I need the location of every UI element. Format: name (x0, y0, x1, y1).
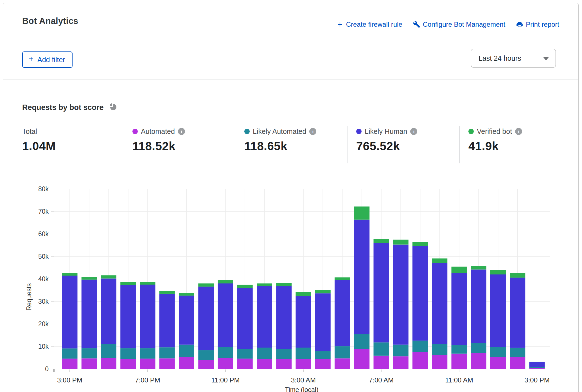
svg-text:7:00 AM: 7:00 AM (369, 376, 394, 384)
stat-automated: Automated i 118.52k (132, 127, 185, 153)
stat-likely-automated: Likely Automated i 118.65k (244, 127, 316, 153)
svg-text:3:00 AM: 3:00 AM (291, 376, 316, 384)
plus-icon (28, 55, 35, 64)
svg-text:40k: 40k (38, 275, 49, 283)
svg-text:80k: 80k (38, 185, 49, 193)
requests-by-bot-score-chart: 010k20k30k40k50k60k70k80k3:00 PM7:00 PM1… (3, 172, 582, 392)
stat-value: 118.52k (132, 139, 185, 153)
stat-label: Total (22, 127, 37, 136)
stat-value: 1.04M (22, 139, 56, 153)
legend-dot-likely-human (356, 129, 362, 134)
svg-text:50k: 50k (38, 253, 49, 260)
add-filter-button[interactable]: Add filter (22, 51, 73, 68)
stat-likely-human: Likely Human i 765.52k (356, 127, 417, 153)
time-range-value: Last 24 hours (479, 54, 521, 62)
stat-divider (124, 126, 124, 163)
svg-text:7:00 PM: 7:00 PM (135, 376, 160, 384)
legend-dot-automated (132, 129, 138, 134)
print-report-label: Print report (526, 21, 559, 28)
svg-text:0: 0 (45, 365, 49, 373)
stat-divider (348, 126, 348, 163)
stacked-bar-chart[interactable]: 010k20k30k40k50k60k70k80k3:00 PM7:00 PM1… (3, 172, 582, 392)
stat-value: 118.65k (244, 139, 316, 153)
info-icon[interactable]: i (178, 128, 185, 135)
create-firewall-rule-label: Create firewall rule (346, 21, 402, 28)
svg-text:10k: 10k (38, 343, 49, 350)
stat-verified-bot: Verified bot i 41.9k (468, 127, 522, 153)
add-filter-label: Add filter (37, 56, 65, 64)
stat-value: 765.52k (356, 139, 417, 153)
svg-text:Requests: Requests (25, 283, 33, 310)
svg-text:Time (local): Time (local) (285, 386, 318, 392)
stat-label: Likely Human (365, 127, 407, 136)
stat-label: Likely Automated (253, 127, 306, 136)
info-icon[interactable]: i (515, 128, 522, 135)
svg-text:30k: 30k (38, 298, 49, 305)
svg-text:11:00 AM: 11:00 AM (445, 376, 473, 384)
legend-dot-verified-bot (468, 129, 474, 134)
svg-text:60k: 60k (38, 230, 49, 238)
svg-text:70k: 70k (38, 208, 49, 215)
caret-down-icon (543, 57, 549, 60)
stat-value: 41.9k (468, 139, 522, 153)
section-title-text: Requests by bot score (22, 103, 104, 112)
info-icon[interactable]: i (410, 128, 417, 135)
info-icon[interactable]: i (309, 128, 316, 135)
create-firewall-rule-link[interactable]: Create firewall rule (336, 21, 402, 28)
stat-total: Total 1.04M (22, 127, 56, 153)
page-title: Bot Analytics (22, 16, 78, 26)
stat-divider (236, 126, 236, 163)
print-report-link[interactable]: Print report (516, 21, 559, 28)
section-title: Requests by bot score (22, 102, 118, 113)
configure-bot-management-link[interactable]: Configure Bot Management (413, 21, 506, 28)
svg-text:3:00 PM: 3:00 PM (524, 376, 549, 384)
plus-icon (336, 21, 344, 28)
svg-text:20k: 20k (38, 320, 49, 328)
wrench-icon (413, 21, 420, 28)
pie-chart-icon (108, 102, 118, 113)
header-actions: Create firewall rule Configure Bot Manag… (336, 21, 559, 28)
stat-label: Automated (141, 127, 175, 136)
printer-icon (516, 21, 523, 28)
bot-analytics-card: Bot Analytics Create firewall rule Confi… (3, 3, 579, 392)
header-divider (3, 80, 578, 80)
svg-text:11:00 PM: 11:00 PM (211, 376, 240, 384)
stat-divider (459, 126, 460, 163)
time-range-select[interactable]: Last 24 hours (471, 49, 556, 67)
legend-dot-likely-automated (244, 129, 250, 134)
configure-bot-management-label: Configure Bot Management (423, 21, 506, 28)
stat-label: Verified bot (477, 127, 512, 136)
svg-text:3:00 PM: 3:00 PM (57, 376, 82, 384)
stats-row: Total 1.04M Automated i 118.52k Likely A… (3, 124, 578, 168)
